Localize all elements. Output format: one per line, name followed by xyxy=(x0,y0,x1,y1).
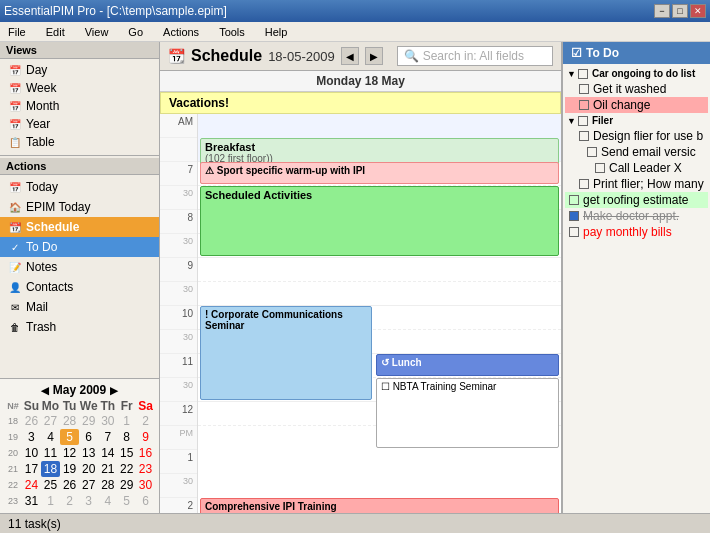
cal-day[interactable]: 4 xyxy=(41,429,60,445)
cat-expand-icon[interactable]: ▼ xyxy=(567,69,576,79)
menu-tools[interactable]: Tools xyxy=(215,24,249,40)
event-scheduled[interactable]: Scheduled Activities xyxy=(200,186,559,256)
cal-day[interactable]: 13 xyxy=(79,445,98,461)
search-box[interactable]: 🔍 Search in: All fields xyxy=(397,46,553,66)
item-checkbox[interactable] xyxy=(579,131,589,141)
cal-day[interactable]: 3 xyxy=(22,429,41,445)
action-todo[interactable]: ✓ To Do xyxy=(0,237,159,257)
action-mail[interactable]: ✉ Mail xyxy=(0,297,159,317)
cal-day[interactable]: 31 xyxy=(22,493,41,509)
action-contacts[interactable]: 👤 Contacts xyxy=(0,277,159,297)
todo-item-call[interactable]: Call Leader X xyxy=(565,160,708,176)
event-sport[interactable]: ⚠ Sport specific warm-up with IPI xyxy=(200,162,559,184)
cal-day[interactable]: 7 xyxy=(98,429,117,445)
cal-day[interactable]: 24 xyxy=(22,477,41,493)
cal-day[interactable]: 21 xyxy=(98,461,117,477)
cal-day[interactable]: 22 xyxy=(117,461,136,477)
item-checkbox[interactable] xyxy=(587,147,597,157)
item-checkbox[interactable] xyxy=(569,211,579,221)
cal-day[interactable]: 5 xyxy=(60,429,79,445)
sidebar-item-table[interactable]: 📋 Table xyxy=(0,133,159,151)
action-schedule[interactable]: 📆 Schedule xyxy=(0,217,159,237)
cal-day[interactable]: 28 xyxy=(60,413,79,429)
cal-day[interactable]: 28 xyxy=(98,477,117,493)
todo-item-doctor[interactable]: Make doctor appt. xyxy=(565,208,708,224)
item-checkbox[interactable] xyxy=(569,227,579,237)
menu-edit[interactable]: Edit xyxy=(42,24,69,40)
cat-expand-icon[interactable]: ▼ xyxy=(567,116,576,126)
event-nbta[interactable]: ☐ NBTA Training Seminar xyxy=(376,378,559,448)
cal-day[interactable]: 8 xyxy=(117,429,136,445)
cal-day[interactable]: 27 xyxy=(79,477,98,493)
minimize-button[interactable]: − xyxy=(654,4,670,18)
cal-day[interactable]: 17 xyxy=(22,461,41,477)
todo-item-print[interactable]: Print flier; How many xyxy=(565,176,708,192)
cal-prev-button[interactable]: ◀ xyxy=(41,385,49,396)
action-today[interactable]: 📅 Today xyxy=(0,177,159,197)
event-corporate[interactable]: ! Corporate Communications Seminar xyxy=(200,306,372,400)
cal-day[interactable]: 5 xyxy=(117,493,136,509)
cal-day[interactable]: 2 xyxy=(136,413,155,429)
cal-next-button[interactable]: ▶ xyxy=(110,385,118,396)
cal-day[interactable]: 19 xyxy=(60,461,79,477)
cal-day[interactable]: 1 xyxy=(117,413,136,429)
menu-go[interactable]: Go xyxy=(124,24,147,40)
todo-item-roofing[interactable]: get roofing estimate xyxy=(565,192,708,208)
schedule-prev-button[interactable]: ◀ xyxy=(341,47,359,65)
close-button[interactable]: ✕ xyxy=(690,4,706,18)
menu-help[interactable]: Help xyxy=(261,24,292,40)
menu-actions[interactable]: Actions xyxy=(159,24,203,40)
menu-file[interactable]: File xyxy=(4,24,30,40)
sidebar-item-week[interactable]: 📅 Week xyxy=(0,79,159,97)
maximize-button[interactable]: □ xyxy=(672,4,688,18)
cal-day[interactable]: 12 xyxy=(60,445,79,461)
item-checkbox[interactable] xyxy=(579,179,589,189)
cal-day[interactable]: 30 xyxy=(136,477,155,493)
todo-item-oil[interactable]: Oil change xyxy=(565,97,708,113)
cal-day[interactable]: 26 xyxy=(22,413,41,429)
item-checkbox[interactable] xyxy=(579,100,589,110)
cal-day[interactable]: 30 xyxy=(98,413,117,429)
cal-weeknum: 22 xyxy=(4,477,22,493)
todo-item-design[interactable]: Design flier for use b xyxy=(565,128,708,144)
sidebar-item-year[interactable]: 📅 Year xyxy=(0,115,159,133)
cal-day-today[interactable]: 18 xyxy=(41,461,60,477)
menu-view[interactable]: View xyxy=(81,24,113,40)
todo-item-email[interactable]: Send email versic xyxy=(565,144,708,160)
cal-day[interactable]: 29 xyxy=(117,477,136,493)
cal-weeknum: 23 xyxy=(4,493,22,509)
schedule-next-button[interactable]: ▶ xyxy=(365,47,383,65)
cal-day[interactable]: 15 xyxy=(117,445,136,461)
action-trash[interactable]: 🗑 Trash xyxy=(0,317,159,337)
cal-day[interactable]: 16 xyxy=(136,445,155,461)
cal-day[interactable]: 4 xyxy=(98,493,117,509)
cal-day[interactable]: 26 xyxy=(60,477,79,493)
cal-day[interactable]: 27 xyxy=(41,413,60,429)
todo-item-wash[interactable]: Get it washed xyxy=(565,81,708,97)
cal-day[interactable]: 3 xyxy=(79,493,98,509)
cal-day[interactable]: 11 xyxy=(41,445,60,461)
event-lunch[interactable]: ↺ Lunch xyxy=(376,354,559,376)
sidebar-item-day[interactable]: 📅 Day xyxy=(0,61,159,79)
item-checkbox[interactable] xyxy=(569,195,579,205)
item-checkbox[interactable] xyxy=(595,163,605,173)
cal-day[interactable]: 6 xyxy=(136,493,155,509)
event-comprehensive[interactable]: Comprehensive IPI Training xyxy=(200,498,559,513)
todo-item-bills[interactable]: pay monthly bills xyxy=(565,224,708,240)
cal-day[interactable]: 2 xyxy=(60,493,79,509)
action-notes[interactable]: 📝 Notes xyxy=(0,257,159,277)
cal-day[interactable]: 6 xyxy=(79,429,98,445)
cal-day[interactable]: 14 xyxy=(98,445,117,461)
cal-day[interactable]: 29 xyxy=(79,413,98,429)
cal-day[interactable]: 23 xyxy=(136,461,155,477)
cat-checkbox[interactable] xyxy=(578,69,588,79)
cal-day[interactable]: 9 xyxy=(136,429,155,445)
cal-day[interactable]: 10 xyxy=(22,445,41,461)
cal-day[interactable]: 20 xyxy=(79,461,98,477)
action-epim-today[interactable]: 🏠 EPIM Today xyxy=(0,197,159,217)
sidebar-item-month[interactable]: 📅 Month xyxy=(0,97,159,115)
cal-day[interactable]: 1 xyxy=(41,493,60,509)
cal-day[interactable]: 25 xyxy=(41,477,60,493)
cat-checkbox[interactable] xyxy=(578,116,588,126)
item-checkbox[interactable] xyxy=(579,84,589,94)
